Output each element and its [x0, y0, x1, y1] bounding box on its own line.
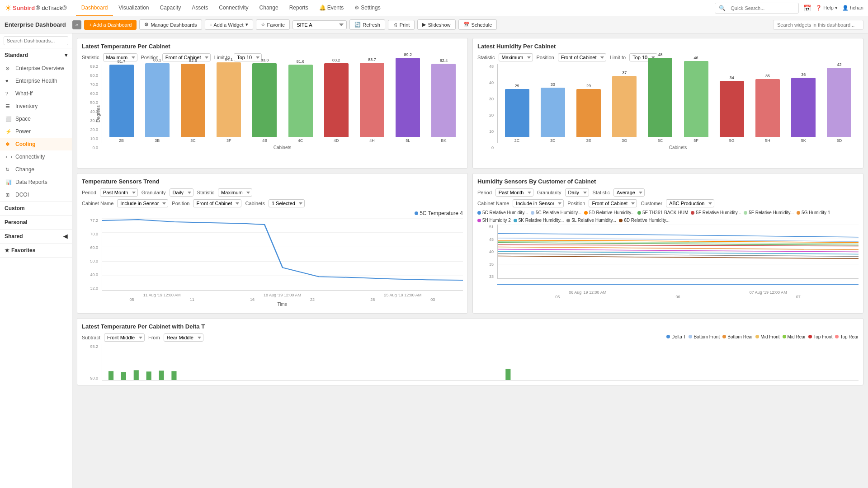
bar[interactable]	[827, 68, 851, 137]
bar[interactable]	[576, 89, 601, 137]
sidebar-search-input[interactable]	[4, 36, 68, 45]
sidebar-item-change[interactable]: ↻ Change	[0, 163, 72, 176]
hum-cust-customer-select[interactable]: ABC Production	[666, 199, 714, 207]
print-button[interactable]: 🖨 Print	[388, 20, 415, 30]
nav-capacity[interactable]: Capacity	[155, 0, 187, 16]
bar[interactable]	[648, 58, 672, 137]
bar[interactable]	[431, 64, 456, 137]
hum-statistic-select[interactable]: Maximum	[499, 53, 533, 61]
sidebar-item-space[interactable]: ⬜ Space	[0, 113, 72, 125]
sidebar-item-what-if[interactable]: ? What-if	[0, 87, 72, 100]
widget-search-input[interactable]	[773, 20, 863, 30]
user-menu[interactable]: 👤 hchan	[842, 5, 863, 11]
help-button[interactable]: ❓ Help ▾	[816, 5, 838, 11]
bar[interactable]	[109, 65, 134, 137]
bar[interactable]	[145, 63, 170, 137]
enterprise-overview-icon: ⊙	[5, 66, 12, 71]
quick-search-input[interactable]	[727, 4, 795, 12]
sidebar-item-connectivity[interactable]: ⟷ Connectivity	[0, 150, 72, 163]
slideshow-button[interactable]: ▶ Slideshow	[417, 19, 455, 30]
temp-trend-granularity-select[interactable]: Daily	[170, 188, 193, 197]
legend-item: 5C Relative Humidity...	[531, 210, 581, 215]
hum-bar-group: 29 3E	[571, 84, 606, 143]
hum-cust-period-select[interactable]: Past Month	[495, 188, 533, 197]
legend-item: 6D Relative Humidity...	[619, 218, 670, 223]
temp-trend-period-select[interactable]: Past Month	[100, 188, 138, 197]
bar[interactable]	[324, 63, 349, 137]
bar[interactable]	[360, 63, 384, 137]
sidebar-item-power[interactable]: ⚡ Power	[0, 125, 72, 138]
sidebar-item-dcoi[interactable]: ⊞ DCOI	[0, 188, 72, 201]
temp-trend-statistic-select[interactable]: Maximum	[218, 188, 252, 197]
nav-assets[interactable]: Assets	[186, 0, 213, 16]
custom-section: Custom	[0, 202, 72, 216]
temp-trend-x-ticks2: 051116222803	[102, 297, 463, 302]
bar[interactable]	[612, 76, 637, 137]
hum-cust-position-select[interactable]: Front of Cabinet	[589, 199, 637, 207]
shared-collapse-icon: ◀	[63, 233, 67, 239]
temp-trend-cabinets-select[interactable]: 1 Selected	[269, 199, 305, 207]
nav-reports[interactable]: Reports	[284, 0, 314, 16]
calendar-icon[interactable]: 📅	[803, 5, 811, 12]
favorites-section-header[interactable]: ★ Favorites	[0, 244, 72, 257]
bar[interactable]	[505, 89, 529, 137]
hum-cust-cabinet-select[interactable]: Include in Sensor	[513, 199, 564, 207]
bar[interactable]	[217, 62, 241, 137]
bar[interactable]	[181, 64, 205, 137]
delta-legend-item: Top Rear	[835, 334, 859, 339]
hum-position-select[interactable]: Front of Cabinet	[558, 53, 606, 61]
bar-value: 36	[801, 72, 806, 77]
sidebar-item-cooling[interactable]: ❄ Cooling	[0, 138, 72, 150]
custom-section-header[interactable]: Custom	[0, 202, 72, 215]
quick-search[interactable]: 🔍	[715, 3, 799, 14]
add-dashboard-button[interactable]: + Add a Dashboard	[84, 20, 137, 30]
sidebar-item-enterprise-health[interactable]: ♥ Enterprise Health	[0, 75, 72, 87]
nav-connectivity[interactable]: Connectivity	[213, 0, 254, 16]
delta-from-select[interactable]: Rear Middle	[164, 333, 203, 342]
bar[interactable]	[541, 88, 565, 137]
delta-legend-dot	[689, 335, 692, 338]
standard-section: Standard ▾ ⊙ Enterprise Overview ♥ Enter…	[0, 48, 72, 202]
hum-cust-granularity-select[interactable]: Daily	[565, 188, 589, 197]
svg-rect-15	[505, 369, 510, 380]
main-layout: Standard ▾ ⊙ Enterprise Overview ♥ Enter…	[0, 33, 868, 488]
temp-statistic-label: Statistic	[82, 55, 99, 60]
legend-label-5c: 5C Temperature 4	[420, 210, 463, 216]
temp-trend-cabinet-select[interactable]: Include in Sensor	[117, 199, 168, 207]
nav-visualization[interactable]: Visualization	[113, 0, 154, 16]
bar[interactable]	[684, 61, 708, 137]
site-select[interactable]: SITE A	[292, 20, 347, 29]
favorite-button[interactable]: ☆ Favorite	[256, 19, 290, 30]
sidebar-item-inventory[interactable]: ☰ Inventory	[0, 100, 72, 113]
bar-label: 5F	[693, 138, 698, 143]
bar[interactable]	[755, 79, 780, 137]
hum-y-axis: 48403020100	[477, 64, 495, 150]
schedule-button[interactable]: 📅 Schedule	[458, 19, 497, 30]
nav-events[interactable]: 🔔 Events	[314, 0, 349, 16]
delta-subtract-select[interactable]: Front Middle	[104, 333, 145, 342]
standard-section-header[interactable]: Standard ▾	[0, 48, 72, 62]
nav-dashboard[interactable]: Dashboard	[76, 0, 113, 16]
bar[interactable]	[396, 58, 420, 137]
add-widget-button[interactable]: + Add a Widget ▾	[205, 19, 253, 30]
page-title: Enterprise Dashboard	[5, 21, 66, 28]
refresh-button[interactable]: 🔄 Refresh	[349, 19, 385, 30]
bar[interactable]	[288, 65, 313, 137]
manage-dashboards-button[interactable]: ⚙ Manage Dashboards	[139, 19, 202, 30]
shared-section-header[interactable]: Shared ◀	[0, 230, 72, 243]
bar[interactable]	[252, 63, 277, 137]
nav-settings[interactable]: ⚙ Settings	[349, 0, 386, 16]
sidebar-item-enterprise-overview[interactable]: ⊙ Enterprise Overview	[0, 62, 72, 75]
widgets-row-2: Temperature Sensors Trend Period Past Mo…	[77, 173, 863, 314]
temp-trend-position-select[interactable]: Front of Cabinet	[193, 199, 241, 207]
hum-cust-statistic-select[interactable]: Average	[613, 188, 645, 197]
bar[interactable]	[791, 78, 816, 137]
svg-rect-10	[121, 372, 126, 380]
bar-value: 82.5	[189, 58, 197, 63]
hum-cust-legend: 5C Relative Humidity...5C Relative Humid…	[477, 210, 859, 223]
sidebar-item-data-reports[interactable]: 📊 Data Reports	[0, 176, 72, 188]
collapse-sidebar-button[interactable]: «	[72, 20, 81, 29]
nav-change[interactable]: Change	[254, 0, 284, 16]
personal-section-header[interactable]: Personal	[0, 216, 72, 229]
bar[interactable]	[720, 81, 744, 137]
